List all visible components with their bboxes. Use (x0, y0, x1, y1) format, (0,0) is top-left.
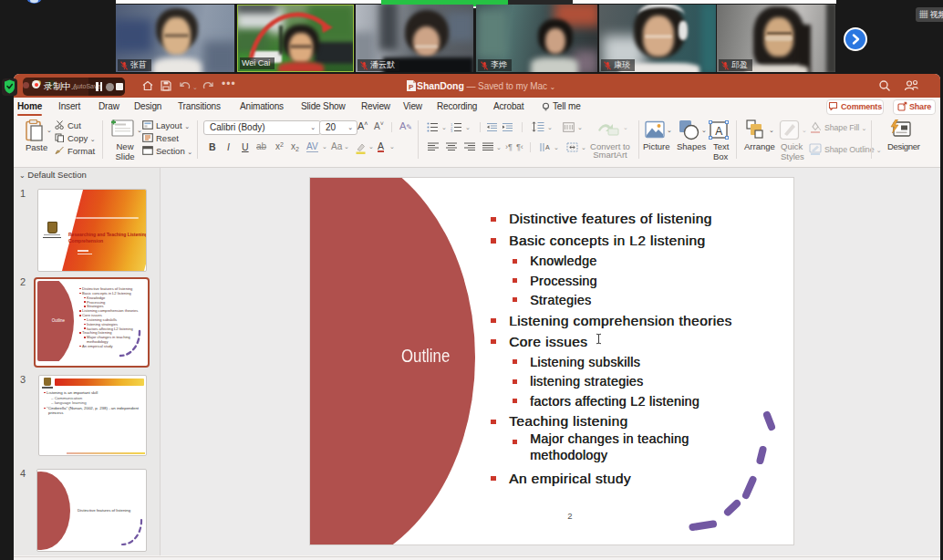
svg-text:P: P (409, 83, 414, 91)
svg-text:3: 3 (451, 129, 453, 132)
svg-text:A: A (715, 124, 722, 137)
svg-text:A: A (545, 144, 550, 150)
